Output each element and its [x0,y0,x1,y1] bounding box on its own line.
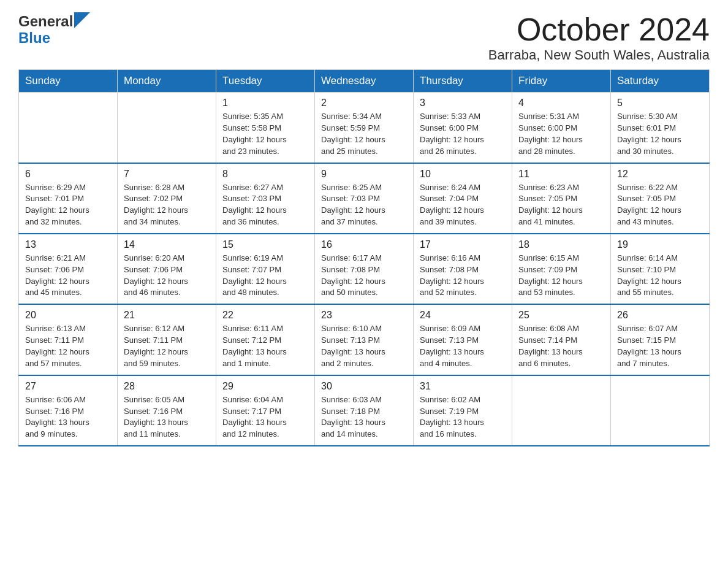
calendar-cell: 23Sunrise: 6:10 AMSunset: 7:13 PMDayligh… [315,304,414,375]
calendar-cell: 24Sunrise: 6:09 AMSunset: 7:13 PMDayligh… [414,304,512,375]
day-info: Sunrise: 6:09 AMSunset: 7:13 PMDaylight:… [420,323,506,369]
day-number: 13 [25,239,111,250]
col-saturday: Saturday [611,70,710,93]
day-info: Sunrise: 6:21 AMSunset: 7:06 PMDaylight:… [25,253,111,299]
day-number: 19 [617,239,703,250]
calendar-cell: 18Sunrise: 6:15 AMSunset: 7:09 PMDayligh… [512,234,611,304]
calendar-cell: 12Sunrise: 6:22 AMSunset: 7:05 PMDayligh… [611,163,710,234]
calendar-cell: 30Sunrise: 6:03 AMSunset: 7:18 PMDayligh… [315,375,414,446]
calendar-cell: 9Sunrise: 6:25 AMSunset: 7:03 PMDaylight… [315,163,414,234]
day-number: 21 [124,310,210,321]
day-number: 24 [420,310,506,321]
calendar-cell: 19Sunrise: 6:14 AMSunset: 7:10 PMDayligh… [611,234,710,304]
day-info: Sunrise: 6:25 AMSunset: 7:03 PMDaylight:… [321,182,407,228]
day-number: 12 [617,169,703,180]
col-wednesday: Wednesday [315,70,414,93]
calendar-week-row: 6Sunrise: 6:29 AMSunset: 7:01 PMDaylight… [19,163,710,234]
day-number: 10 [420,169,506,180]
calendar-cell: 4Sunrise: 5:31 AMSunset: 6:00 PMDaylight… [512,93,611,163]
calendar-week-row: 20Sunrise: 6:13 AMSunset: 7:11 PMDayligh… [19,304,710,375]
day-number: 7 [124,169,210,180]
day-info: Sunrise: 5:35 AMSunset: 5:58 PMDaylight:… [222,111,308,157]
calendar-cell: 8Sunrise: 6:27 AMSunset: 7:03 PMDaylight… [216,163,315,234]
calendar-cell: 16Sunrise: 6:17 AMSunset: 7:08 PMDayligh… [315,234,414,304]
col-friday: Friday [512,70,611,93]
day-number: 28 [124,381,210,392]
day-info: Sunrise: 6:10 AMSunset: 7:13 PMDaylight:… [321,323,407,369]
day-info: Sunrise: 6:02 AMSunset: 7:19 PMDaylight:… [420,394,506,440]
calendar-cell: 2Sunrise: 5:34 AMSunset: 5:59 PMDaylight… [315,93,414,163]
calendar-cell [118,93,216,163]
day-number: 11 [518,169,604,180]
day-info: Sunrise: 6:03 AMSunset: 7:18 PMDaylight:… [321,394,407,440]
calendar-cell [611,375,710,446]
day-number: 23 [321,310,407,321]
calendar-week-row: 27Sunrise: 6:06 AMSunset: 7:16 PMDayligh… [19,375,710,446]
month-title: October 2024 [488,12,710,47]
day-info: Sunrise: 6:08 AMSunset: 7:14 PMDaylight:… [518,323,604,369]
day-info: Sunrise: 6:13 AMSunset: 7:11 PMDaylight:… [25,323,111,369]
day-info: Sunrise: 5:30 AMSunset: 6:01 PMDaylight:… [617,111,703,157]
day-number: 8 [222,169,308,180]
day-number: 5 [617,98,703,109]
calendar-cell: 10Sunrise: 6:24 AMSunset: 7:04 PMDayligh… [414,163,512,234]
day-number: 9 [321,169,407,180]
day-number: 16 [321,239,407,250]
day-info: Sunrise: 6:16 AMSunset: 7:08 PMDaylight:… [420,253,506,299]
day-info: Sunrise: 6:06 AMSunset: 7:16 PMDaylight:… [25,394,111,440]
calendar-cell: 20Sunrise: 6:13 AMSunset: 7:11 PMDayligh… [19,304,118,375]
title-area: October 2024 Barraba, New South Wales, A… [488,12,710,63]
calendar-header-row: Sunday Monday Tuesday Wednesday Thursday… [19,70,710,93]
day-number: 2 [321,98,407,109]
col-monday: Monday [118,70,216,93]
calendar-cell: 11Sunrise: 6:23 AMSunset: 7:05 PMDayligh… [512,163,611,234]
day-info: Sunrise: 6:27 AMSunset: 7:03 PMDaylight:… [222,182,308,228]
day-number: 3 [420,98,506,109]
logo-blue-text: Blue [18,31,90,45]
day-info: Sunrise: 6:15 AMSunset: 7:09 PMDaylight:… [518,253,604,299]
calendar-cell: 21Sunrise: 6:12 AMSunset: 7:11 PMDayligh… [118,304,216,375]
calendar-cell: 14Sunrise: 6:20 AMSunset: 7:06 PMDayligh… [118,234,216,304]
calendar-cell: 6Sunrise: 6:29 AMSunset: 7:01 PMDaylight… [19,163,118,234]
calendar-cell: 7Sunrise: 6:28 AMSunset: 7:02 PMDaylight… [118,163,216,234]
calendar-cell: 26Sunrise: 6:07 AMSunset: 7:15 PMDayligh… [611,304,710,375]
day-info: Sunrise: 5:34 AMSunset: 5:59 PMDaylight:… [321,111,407,157]
day-number: 18 [518,239,604,250]
day-info: Sunrise: 6:05 AMSunset: 7:16 PMDaylight:… [124,394,210,440]
day-info: Sunrise: 6:20 AMSunset: 7:06 PMDaylight:… [124,253,210,299]
day-number: 1 [222,98,308,109]
logo: General Blue [18,12,90,45]
logo-icon: General Blue [18,12,90,45]
day-info: Sunrise: 6:12 AMSunset: 7:11 PMDaylight:… [124,323,210,369]
calendar-cell: 31Sunrise: 6:02 AMSunset: 7:19 PMDayligh… [414,375,512,446]
day-number: 29 [222,381,308,392]
day-info: Sunrise: 5:33 AMSunset: 6:00 PMDaylight:… [420,111,506,157]
calendar-week-row: 13Sunrise: 6:21 AMSunset: 7:06 PMDayligh… [19,234,710,304]
calendar-cell: 1Sunrise: 5:35 AMSunset: 5:58 PMDaylight… [216,93,315,163]
day-number: 25 [518,310,604,321]
calendar-cell: 3Sunrise: 5:33 AMSunset: 6:00 PMDaylight… [414,93,512,163]
day-info: Sunrise: 6:22 AMSunset: 7:05 PMDaylight:… [617,182,703,228]
day-info: Sunrise: 6:17 AMSunset: 7:08 PMDaylight:… [321,253,407,299]
logo-triangle-icon [74,12,90,28]
calendar-cell: 25Sunrise: 6:08 AMSunset: 7:14 PMDayligh… [512,304,611,375]
day-number: 14 [124,239,210,250]
day-number: 22 [222,310,308,321]
day-info: Sunrise: 6:24 AMSunset: 7:04 PMDaylight:… [420,182,506,228]
day-number: 30 [321,381,407,392]
calendar-cell: 28Sunrise: 6:05 AMSunset: 7:16 PMDayligh… [118,375,216,446]
day-info: Sunrise: 6:29 AMSunset: 7:01 PMDaylight:… [25,182,111,228]
col-sunday: Sunday [19,70,118,93]
calendar-cell [19,93,118,163]
calendar-cell: 29Sunrise: 6:04 AMSunset: 7:17 PMDayligh… [216,375,315,446]
day-number: 17 [420,239,506,250]
calendar-cell [512,375,611,446]
day-number: 15 [222,239,308,250]
calendar-cell: 22Sunrise: 6:11 AMSunset: 7:12 PMDayligh… [216,304,315,375]
day-info: Sunrise: 6:04 AMSunset: 7:17 PMDaylight:… [222,394,308,440]
page-header: General Blue October 2024 Barraba, New S… [18,12,710,63]
calendar-cell: 17Sunrise: 6:16 AMSunset: 7:08 PMDayligh… [414,234,512,304]
logo-general-text: General [18,14,73,29]
day-number: 31 [420,381,506,392]
day-number: 20 [25,310,111,321]
